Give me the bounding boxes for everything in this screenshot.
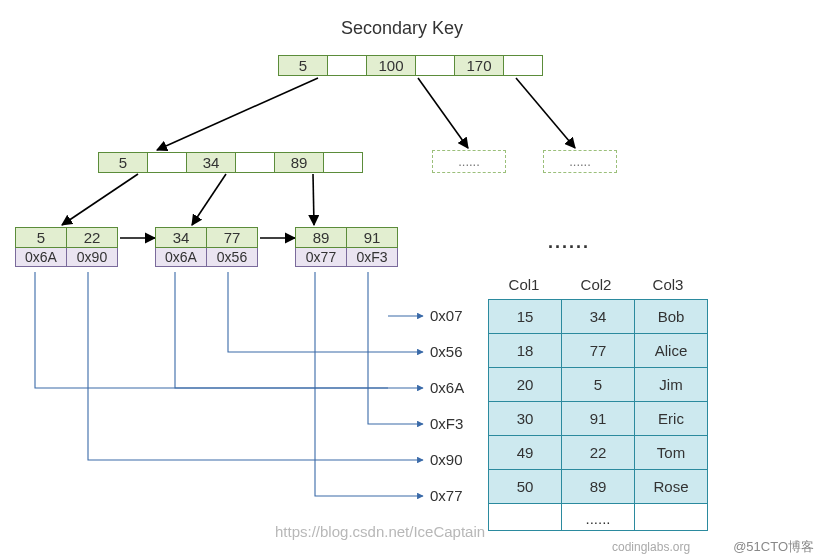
table-cell: 50 [489,470,562,504]
root-gap [416,56,455,75]
table-row: 30 91 Eric [489,402,707,436]
leaf-key: 5 [16,228,67,247]
table-cell: 20 [489,368,562,402]
leaf-key: 89 [296,228,347,247]
addr-label: 0x56 [430,343,463,360]
leaf-key: 77 [207,228,257,247]
mid-key: 89 [275,153,324,172]
table-cell: Jim [635,368,707,402]
root-key: 5 [279,56,328,75]
table-cell: ...... [562,504,635,530]
addr-label: 0x77 [430,487,463,504]
btree-leaf-node: 5 22 0x6A 0x90 [15,227,118,267]
watermark-small: codinglabs.org [612,540,690,554]
root-gap [328,56,367,75]
watermark: https://blog.csdn.net/IceCaptain [275,523,485,540]
leaf-ptr: 0x56 [207,248,257,266]
table-cell: Alice [635,334,707,368]
table-cell: Tom [635,436,707,470]
table-cell [489,504,562,530]
table-row: 18 77 Alice [489,334,707,368]
mid-gap [236,153,275,172]
table-cell: Rose [635,470,707,504]
addr-label: 0x07 [430,307,463,324]
ghost-node: ...... [432,150,506,173]
mid-key: 5 [99,153,148,172]
table-header: Col2 [560,270,632,299]
table-cell: 77 [562,334,635,368]
table-cell: 15 [489,300,562,334]
table-cell: Eric [635,402,707,436]
table-cell: 49 [489,436,562,470]
ghost-node: ...... [543,150,617,173]
btree-root-node: 5 100 170 [278,55,543,76]
btree-leaf-node: 89 91 0x77 0xF3 [295,227,398,267]
data-table: Col1 Col2 Col3 15 34 Bob 18 77 Alice 20 … [488,270,708,531]
mid-key: 34 [187,153,236,172]
table-row: 20 5 Jim [489,368,707,402]
addr-label: 0x6A [430,379,464,396]
svg-line-1 [418,78,468,148]
btree-leaf-node: 34 77 0x6A 0x56 [155,227,258,267]
svg-line-2 [516,78,575,148]
table-cell [635,504,707,530]
table-header-row: Col1 Col2 Col3 [488,270,708,299]
table-cell: 18 [489,334,562,368]
table-header: Col1 [488,270,560,299]
svg-line-0 [157,78,318,150]
table-row: 15 34 Bob [489,300,707,334]
addr-label: 0xF3 [430,415,463,432]
leaf-key: 91 [347,228,397,247]
addr-label: 0x90 [430,451,463,468]
leaf-ellipsis: ...... [548,232,590,253]
svg-line-3 [62,174,138,225]
table-cell: 91 [562,402,635,436]
table-cell: Bob [635,300,707,334]
diagram-title: Secondary Key [341,18,463,39]
mid-gap [148,153,187,172]
table-cell: 30 [489,402,562,436]
table-cell: 89 [562,470,635,504]
leaf-ptr: 0x90 [67,248,117,266]
credit-label: @51CTO博客 [733,538,814,556]
table-row: 50 89 Rose [489,470,707,504]
svg-line-4 [192,174,226,225]
leaf-ptr: 0xF3 [347,248,397,266]
root-key: 170 [455,56,504,75]
mid-gap [324,153,362,172]
table-row: 49 22 Tom [489,436,707,470]
table-cell: 22 [562,436,635,470]
leaf-key: 22 [67,228,117,247]
btree-mid-node: 5 34 89 [98,152,363,173]
root-gap [504,56,542,75]
table-empty-row: ...... [489,504,707,530]
leaf-ptr: 0x6A [16,248,67,266]
table-cell: 34 [562,300,635,334]
svg-line-5 [313,174,314,225]
table-cell: 5 [562,368,635,402]
leaf-key: 34 [156,228,207,247]
leaf-ptr: 0x6A [156,248,207,266]
root-key: 100 [367,56,416,75]
table-header: Col3 [632,270,704,299]
leaf-ptr: 0x77 [296,248,347,266]
